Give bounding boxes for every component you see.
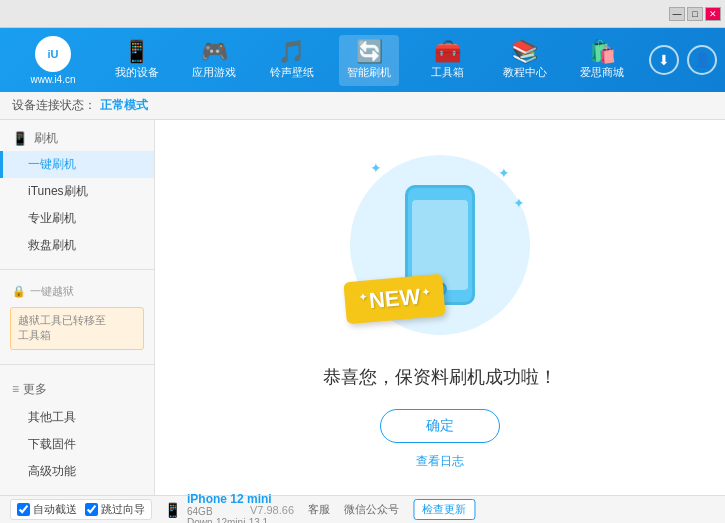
smart-flash-icon: 🔄	[356, 41, 383, 63]
nav-ringtones[interactable]: 🎵 铃声壁纸	[262, 35, 322, 86]
sidebar-section-jailbreak: 🔒 一键越狱 越狱工具已转移至工具箱	[0, 274, 154, 360]
top-nav: iU www.i4.cn 📱 我的设备 🎮 应用游戏 🎵 铃声壁纸 🔄 智能刷机…	[0, 28, 725, 92]
sidebar-item-advanced-features[interactable]: 高级功能	[0, 458, 154, 485]
tutorial-icon: 📚	[511, 41, 538, 63]
status-label: 设备连接状态：	[12, 97, 96, 114]
nav-tutorial-label: 教程中心	[503, 65, 547, 80]
sparkle-3: ✦	[370, 160, 382, 176]
toolbox-icon: 🧰	[434, 41, 461, 63]
customer-service-link[interactable]: 客服	[308, 502, 330, 517]
sidebar-item-download-firmware[interactable]: 下载固件	[0, 431, 154, 458]
auto-send-label: 自动截送	[33, 502, 77, 517]
content-area: ✦ ✦ ✦ NEW 恭喜您，保资料刷机成功啦！ 确定 查看日志	[155, 120, 725, 495]
sidebar-header-more: ≡ 更多	[0, 375, 154, 404]
nav-my-device[interactable]: 📱 我的设备	[107, 35, 167, 86]
nav-items: 📱 我的设备 🎮 应用游戏 🎵 铃声壁纸 🔄 智能刷机 🧰 工具箱 📚 教程中心…	[98, 35, 641, 86]
nav-smart-flash[interactable]: 🔄 智能刷机	[339, 35, 399, 86]
logo-icon: iU	[35, 36, 71, 72]
nav-toolbox-label: 工具箱	[431, 65, 464, 80]
success-title: 恭喜您，保资料刷机成功啦！	[323, 365, 557, 389]
bottom-bar: 自动截送 跳过向导 📱 iPhone 12 mini 64GB Down-12m…	[0, 495, 725, 523]
minimize-btn[interactable]: —	[669, 7, 685, 21]
skip-wizard-checkbox-label[interactable]: 跳过向导	[85, 502, 145, 517]
flash-section-label: 刷机	[34, 130, 58, 147]
lock-icon: 🔒	[12, 285, 26, 298]
logo-text: www.i4.cn	[30, 74, 75, 85]
user-btn[interactable]: 👤	[687, 45, 717, 75]
jailbreak-notice: 越狱工具已转移至工具箱	[10, 307, 144, 350]
close-btn[interactable]: ✕	[705, 7, 721, 21]
ringtones-icon: 🎵	[278, 41, 305, 63]
nav-toolbox[interactable]: 🧰 工具箱	[417, 35, 477, 86]
version-text: V7.98.66	[250, 504, 294, 516]
download-btn[interactable]: ⬇	[649, 45, 679, 75]
auto-send-checkbox[interactable]	[17, 503, 30, 516]
confirm-button[interactable]: 确定	[380, 409, 500, 443]
sidebar-item-data-flash[interactable]: 救盘刷机	[0, 232, 154, 259]
divider-2	[0, 364, 154, 365]
sidebar-section-more: ≡ 更多 其他工具 下载固件 高级功能	[0, 369, 154, 491]
jailbreak-notice-text: 越狱工具已转移至工具箱	[18, 314, 106, 341]
more-section-label: 更多	[23, 381, 47, 398]
sidebar-header-jailbreak: 🔒 一键越狱	[0, 280, 154, 303]
logo-area: iU www.i4.cn	[8, 36, 98, 85]
fan-shop-icon: 🛍️	[589, 41, 616, 63]
nav-ringtones-label: 铃声壁纸	[270, 65, 314, 80]
more-section-icon: ≡	[12, 382, 19, 396]
nav-my-device-label: 我的设备	[115, 65, 159, 80]
sidebar-item-pro-flash[interactable]: 专业刷机	[0, 205, 154, 232]
nav-smart-flash-label: 智能刷机	[347, 65, 391, 80]
title-bar: — □ ✕	[0, 0, 725, 28]
apps-games-icon: 🎮	[201, 41, 228, 63]
maximize-btn[interactable]: □	[687, 7, 703, 21]
sidebar-item-itunes-flash[interactable]: iTunes刷机	[0, 178, 154, 205]
sidebar-item-other-tools[interactable]: 其他工具	[0, 404, 154, 431]
window-controls: — □ ✕	[669, 7, 721, 21]
nav-tutorial[interactable]: 📚 教程中心	[495, 35, 555, 86]
sidebar: 📱 刷机 一键刷机 iTunes刷机 专业刷机 救盘刷机 🔒 一键越狱	[0, 120, 155, 495]
nav-fan-shop[interactable]: 🛍️ 爱思商城	[572, 35, 632, 86]
bottom-left: 自动截送 跳过向导 📱 iPhone 12 mini 64GB Down-12m…	[10, 492, 272, 524]
success-illustration: ✦ ✦ ✦ NEW	[340, 145, 540, 345]
my-device-icon: 📱	[123, 41, 150, 63]
skip-wizard-checkbox[interactable]	[85, 503, 98, 516]
main-layout: 📱 刷机 一键刷机 iTunes刷机 专业刷机 救盘刷机 🔒 一键越狱	[0, 120, 725, 495]
status-value: 正常模式	[100, 97, 148, 114]
divider-1	[0, 269, 154, 270]
nav-fan-shop-label: 爱思商城	[580, 65, 624, 80]
new-badge: NEW	[343, 274, 446, 324]
jailbreak-section-label: 一键越狱	[30, 284, 74, 299]
auto-send-checkbox-label[interactable]: 自动截送	[17, 502, 77, 517]
device-phone-icon: 📱	[164, 502, 181, 518]
sparkle-2: ✦	[513, 195, 525, 211]
sidebar-section-flash: 📱 刷机 一键刷机 iTunes刷机 专业刷机 救盘刷机	[0, 120, 154, 265]
wechat-official-link[interactable]: 微信公众号	[344, 502, 399, 517]
nav-apps-games[interactable]: 🎮 应用游戏	[184, 35, 244, 86]
nav-right-buttons: ⬇ 👤	[649, 45, 717, 75]
flash-section-icon: 📱	[12, 131, 28, 146]
check-update-button[interactable]: 检查更新	[413, 499, 475, 520]
sparkle-1: ✦	[498, 165, 510, 181]
bottom-center: V7.98.66 客服 微信公众号 检查更新	[250, 499, 475, 520]
status-bar: 设备连接状态： 正常模式	[0, 92, 725, 120]
sidebar-item-one-key-flash[interactable]: 一键刷机	[0, 151, 154, 178]
sidebar-header-flash: 📱 刷机	[0, 126, 154, 151]
view-log-link[interactable]: 查看日志	[416, 453, 464, 470]
skip-wizard-label: 跳过向导	[101, 502, 145, 517]
nav-apps-games-label: 应用游戏	[192, 65, 236, 80]
